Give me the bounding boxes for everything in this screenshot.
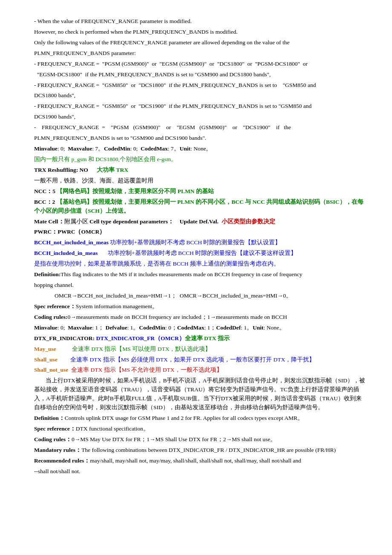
matecell-line: Mate Cell：附属小区 Cell type dependent param…	[34, 217, 366, 226]
bcc-desc: 【基站色码】按照规划做，主要用来区分同一 PLMN 的不同小区，BCC 与 NC…	[34, 199, 363, 214]
def2-label: Defvalue	[105, 324, 127, 331]
codedmax-label: CodedMax	[141, 145, 168, 152]
cr1-label: Coding rules:	[34, 314, 67, 320]
bcch-inc-desc: 功率控制+基带跳频时考虑 BCCH 时隙的测量报告【建议不要这样设置】	[98, 250, 297, 256]
max2-val: : 1；	[92, 324, 105, 331]
ncc-desc: 【网络色码】按照规划做，主要用来区分不同 PLMN 的基站	[57, 188, 214, 194]
dtx-fr-desc: 全速率 DTX 指示	[185, 335, 230, 341]
trx-usage: 一般不用，铁路、沙漠、海面、超远覆盖时用	[34, 176, 366, 185]
pwrc-label: PWRC：	[34, 228, 58, 235]
cdef2-label: CodedDef	[216, 324, 241, 331]
dtx-fr-line: DTX_FR_INDICATOR: DTX_INDICATOR_FR（OMCR）…	[34, 334, 366, 343]
dtx-fr-value: DTX_INDICATOR_FR（OMCR）	[96, 335, 184, 341]
minvalue-val: : 0;	[58, 145, 68, 152]
def1-text: This flag indicates to the MS if it incl…	[61, 271, 302, 278]
def2-val: : 1。	[127, 324, 139, 331]
dtx-fr-label: DTX_FR_INDICATOR:	[34, 335, 96, 341]
trx-desc: 大功率 TRX	[97, 167, 128, 173]
line-10: DCS1900 bands",	[34, 113, 366, 121]
matecell-type: Cell type dependent parameters：	[89, 218, 174, 225]
hopping-line: hopping channel.	[34, 281, 366, 290]
unit2-val: : None。	[264, 324, 285, 331]
shall-use-desc: 全速率 DTX 指示【MS 必须使用 DTX，如果开 DTX 选此项，一般市区要…	[70, 356, 315, 363]
ncc-line: NCC：5 【网络色码】按照规划做，主要用来区分不同 PLMN 的基站	[34, 187, 366, 196]
shall-use-line: Shall_use 全速率 DTX 指示【MS 必须使用 DTX，如果开 DTX…	[34, 356, 366, 364]
specref-1: Spec reference：System information manage…	[34, 302, 366, 311]
bcch-not-desc: 功率控制+基带跳频时不考虑 BCCH 时隙的测量报告【默认设置】	[109, 239, 281, 246]
min2-val: : 0;	[58, 324, 68, 331]
unit2-label: Unit	[253, 324, 264, 331]
codingrules-2: Coding rules：0→MS May Use DTX for FR；1→M…	[34, 435, 366, 444]
matecell-spaces	[174, 218, 180, 225]
specref2-text: DTX functional specification。	[76, 425, 149, 432]
max2-label: Maxvalue	[68, 324, 92, 331]
trx-no: NO	[80, 167, 88, 173]
line-12: PLMN_FREQUENCY_BANDS is set to "GSM900 a…	[34, 134, 366, 143]
specref1-text: System information management。	[76, 303, 158, 309]
codingrules-1: Coding rules:0→measurements made on BCCH…	[34, 313, 366, 322]
bcc-line: BCC：2 【基站色码】按照规划做，主要用来区分同一 PLMN 的不同小区，BC…	[34, 198, 366, 216]
main-content: - When the value of FREQUENCY_RANGE para…	[34, 17, 366, 476]
trx-reshuffling: TRX Reshuffling: NO 大功率 TRX	[34, 166, 366, 175]
cr1-text: 0→measurements made on BCCH frequency ar…	[67, 314, 287, 320]
cmax2-val: : 1；	[204, 324, 216, 331]
bcc-label: BCC：2	[34, 199, 55, 205]
matecell-label: Mate Cell：	[34, 218, 64, 225]
dtx-para-1: 当上行DTX被采用的时候，如果A手机说话，B手机不说话，A手机探测到话音信号停止…	[34, 376, 366, 412]
specref1-label: Spec reference：	[34, 303, 76, 309]
codedmin-val: : 0;	[130, 145, 141, 152]
mandatory-label: Mandatory rules：	[34, 447, 81, 453]
line-5: - FREQUENCY_RANGE = "PGSM (GSM900)" or "…	[34, 60, 366, 69]
omcr-text: OMCR→BCCH_not_included_in_meas=HMI→1； OM…	[34, 292, 366, 301]
line-2: However, no check is performed when the …	[34, 28, 366, 37]
unit-label: Unit	[180, 145, 191, 152]
may-use-label: May_use	[34, 346, 56, 352]
trx-label: TRX Reshuffling:	[34, 167, 80, 173]
gsm-note: 国内一般只有 p_gsm 和 DCS1800,个别地区会用 e-gsm。	[34, 155, 366, 164]
line-8: DCS1800 bands",	[34, 91, 366, 100]
cmin2-val: : 0；	[165, 324, 177, 331]
ncc-label: NCC：5	[34, 188, 55, 194]
trx-spacer	[88, 167, 97, 173]
pwrc-line: PWRC：PWRC（OMCR）	[34, 228, 366, 237]
codedmin-label: CodedMin	[104, 145, 130, 152]
cmax2-label: CodedMax	[177, 324, 205, 331]
def2-text: Controls uplink DTX usage for GSM Phase …	[65, 415, 303, 421]
def1-label: Definition:	[34, 271, 61, 278]
codedmax-val: : 7。	[168, 145, 180, 152]
line-3: Only the following values of the FREQUEN…	[34, 38, 366, 47]
omcr-line: OMCR→BCCH_not_included_in_meas=HMI→1； OM…	[34, 292, 366, 301]
minvalue-label: Minvalue	[34, 145, 58, 152]
shall-use-label: Shall_use	[34, 356, 58, 363]
min2-label: Minvalue	[34, 324, 58, 331]
bcch-not-param: BCCH_not_included_in_meas	[34, 239, 109, 246]
pwrc-value: PWRC（OMCR）	[58, 228, 105, 235]
bcch-inc-param: BCCH_included_in_meas	[34, 250, 98, 256]
maxvalue-label: Maxvalue	[68, 145, 92, 152]
matecell-note: 小区类型由参数决定	[222, 218, 275, 225]
recommended-line: Recommended rules：may/shall, may/shall n…	[34, 457, 366, 465]
mandatory-line: Mandatory rules：The following combinatio…	[34, 446, 366, 455]
definition-2: Definition：Controls uplink DTX usage for…	[34, 414, 366, 423]
definition-1: Definition:This flag indicates to the MS…	[34, 270, 366, 279]
cdef2-val: : 1。	[241, 324, 253, 331]
specref-2: Spec reference：DTX functional specificat…	[34, 425, 366, 434]
shall-spaces	[58, 356, 70, 363]
line-7: - FREQUENCY_RANGE = "GSM850" or "DCS1800…	[34, 81, 366, 90]
line-4: PLMN_FREQUENCY_BANDS parameter:	[34, 49, 366, 58]
may-use-line: May_use 全速率 DTX 指示【MS 可以使用 DTX，默认选此项】	[34, 345, 366, 354]
def2-label-main: Definition：	[34, 415, 65, 421]
shall-not-desc: 全速率 DTX 指示【MS 不允许使用 DTX，一般不选此项】	[71, 367, 222, 373]
cr2-text: 0→MS May Use DTX for FR；1→MS Shall Use D…	[72, 436, 276, 442]
matecell-desc1: 附属小区	[64, 218, 89, 225]
maxvalue-val: : 7。	[92, 145, 104, 152]
shall-not-line: Shall_not_use 全速率 DTX 指示【MS 不允许使用 DTX，一般…	[34, 366, 366, 375]
specref2-label: Spec reference：	[34, 425, 76, 432]
matecell-update: Update Def.Val.	[180, 218, 219, 225]
cr2-label: Coding rules：	[34, 436, 72, 442]
minmax-line: Minvalue: 0; Maxvalue: 7。CodedMin: 0; Co…	[34, 145, 366, 153]
may-spaces	[56, 346, 72, 352]
line-9: - FREQUENCY_RANGE = "GSM850" or "DCS1900…	[34, 102, 366, 111]
matecell-space2	[219, 218, 222, 225]
cmin2-label: CodedMin	[139, 324, 165, 331]
